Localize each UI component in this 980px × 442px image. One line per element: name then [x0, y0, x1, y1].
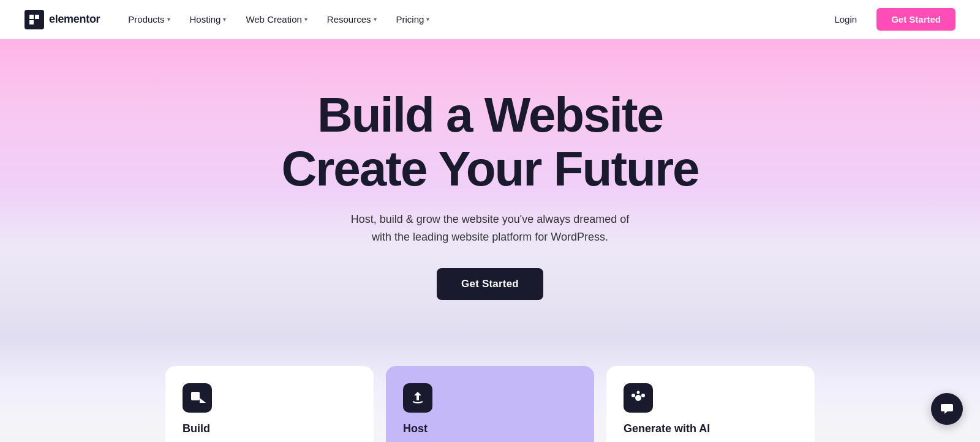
hero-cta-button[interactable]: Get Started	[437, 268, 543, 300]
nav-item-products[interactable]: Products ▾	[119, 9, 178, 29]
hero-section: Build a Website Create Your Future Host,…	[0, 39, 980, 337]
feature-cards: Build Bring your vision to life with the…	[0, 337, 980, 442]
build-card[interactable]: Build Bring your vision to life with the…	[165, 366, 374, 442]
nav-item-resources[interactable]: Resources ▾	[318, 9, 385, 29]
logo-icon	[24, 10, 44, 29]
nav-links: Products ▾ Hosting ▾ Web Creation ▾ Reso…	[119, 9, 824, 29]
login-button[interactable]: Login	[824, 9, 867, 29]
nav-item-web-creation[interactable]: Web Creation ▾	[237, 9, 315, 29]
navbar: elementor Products ▾ Hosting ▾ Web Creat…	[0, 0, 980, 39]
svg-point-8	[637, 391, 640, 394]
hero-headline: Build a Website Create Your Future	[281, 88, 698, 196]
host-card[interactable]: Host Grow with lightning-fast, scalable …	[386, 366, 594, 442]
products-chevron-icon: ▾	[167, 16, 170, 23]
ai-card[interactable]: Generate with AI Supercharge your sites …	[606, 366, 815, 442]
host-card-title: Host	[403, 422, 577, 435]
logo-text: elementor	[49, 13, 100, 26]
nav-item-hosting[interactable]: Hosting ▾	[181, 9, 235, 29]
web-creation-chevron-icon: ▾	[304, 16, 307, 23]
host-card-desc: Grow with lightning-fast, scalable Cloud…	[403, 440, 577, 442]
svg-point-7	[641, 394, 645, 397]
hero-subtext: Host, build & grow the website you've al…	[351, 211, 630, 246]
svg-rect-3	[191, 392, 200, 400]
svg-rect-2	[29, 20, 34, 24]
svg-point-6	[631, 394, 635, 397]
build-icon	[183, 383, 212, 413]
chat-bubble-button[interactable]	[931, 393, 963, 425]
nav-item-pricing[interactable]: Pricing ▾	[388, 9, 439, 29]
build-card-title: Build	[183, 422, 356, 435]
svg-rect-1	[35, 15, 39, 19]
build-card-desc: Bring your vision to life with the most …	[183, 440, 356, 442]
resources-chevron-icon: ▾	[374, 16, 377, 23]
ai-card-desc: Supercharge your sites with AI assisted …	[624, 440, 797, 442]
ai-card-title: Generate with AI	[624, 422, 797, 435]
svg-rect-0	[29, 15, 34, 19]
pricing-chevron-icon: ▾	[426, 16, 429, 23]
logo[interactable]: elementor	[24, 10, 100, 29]
nav-right: Login Get Started	[824, 8, 956, 31]
nav-get-started-button[interactable]: Get Started	[876, 8, 956, 31]
ai-icon	[624, 383, 653, 413]
hosting-chevron-icon: ▾	[223, 16, 226, 23]
svg-marker-4	[200, 398, 206, 403]
svg-point-5	[635, 395, 641, 401]
host-icon	[403, 383, 432, 413]
